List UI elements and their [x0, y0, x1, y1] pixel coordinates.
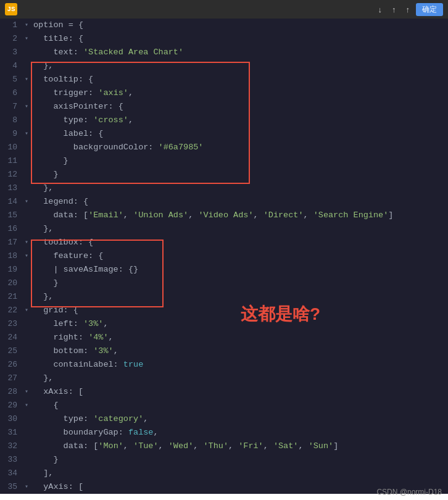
code-segment-plain: ,	[228, 441, 238, 451]
code-content: axisPointer: {	[31, 100, 448, 114]
fold-arrow[interactable]: ▾	[22, 304, 31, 317]
code-line: 32 data: ['Mon', 'Tue', 'Wed', 'Thu', 'F…	[0, 440, 448, 453]
code-segment-string: 'cross'	[93, 115, 128, 125]
code-segment-plain: },	[33, 183, 53, 193]
code-segment-plain: ,	[109, 333, 114, 342]
fold-arrow[interactable]: ▾	[22, 100, 31, 114]
code-line: 28▾ xAxis: [	[0, 385, 448, 399]
line-number: 32	[0, 440, 22, 453]
top-bar: JS ↓ ↑ ↑ 确定	[0, 0, 448, 19]
code-segment-plain: ,	[304, 210, 313, 220]
code-segment-plain: }	[33, 455, 59, 464]
fold-arrow[interactable]: ▾	[22, 73, 31, 86]
code-content: xAxis: [	[31, 385, 448, 399]
code-content: }	[31, 277, 448, 290]
code-content: }	[31, 168, 448, 181]
line-number: 28	[0, 385, 22, 399]
code-segment-plain: {	[33, 401, 59, 410]
code-content: },	[31, 290, 448, 304]
code-line: 29▾ {	[0, 399, 448, 412]
code-segment-plain: data: [	[33, 441, 98, 451]
code-segment-string: 'Direct'	[263, 210, 304, 220]
code-area: 1▾option = {2▾ title: {3 text: 'Stacked …	[0, 19, 448, 494]
code-segment-plain: axisPointer: {	[33, 102, 123, 111]
line-number: 4	[0, 59, 22, 73]
code-segment-plain: backgroundColor:	[33, 143, 159, 152]
code-line: 22▾ grid: {	[0, 304, 448, 317]
code-line: 14▾ legend: {	[0, 195, 448, 209]
code-line: 12 }	[0, 168, 448, 181]
fold-arrow[interactable]: ▾	[22, 127, 31, 141]
fold-arrow[interactable]: ▾	[22, 480, 31, 494]
code-content: trigger: 'axis',	[31, 86, 448, 100]
code-line: 3 text: 'Stacked Area Chart'	[0, 46, 448, 59]
code-line: 34 ],	[0, 467, 448, 480]
fold-arrow[interactable]: ▾	[22, 19, 31, 32]
scroll-up-btn2[interactable]: ↑	[402, 3, 414, 16]
line-number: 30	[0, 412, 22, 426]
fold-arrow[interactable]: ▾	[22, 385, 31, 399]
fold-arrow[interactable]: ▾	[22, 195, 31, 209]
code-segment-plain: title: {	[33, 34, 83, 43]
code-segment-plain: ,	[114, 346, 118, 356]
fold-arrow[interactable]: ▾	[22, 32, 31, 46]
code-content: boundaryGap: false,	[31, 426, 448, 440]
line-number: 35	[0, 480, 22, 494]
line-number: 13	[0, 181, 22, 195]
code-line: 20 }	[0, 277, 448, 290]
code-line: 13 },	[0, 181, 448, 195]
code-segment-plain: right:	[33, 333, 88, 342]
line-number: 21	[0, 290, 22, 304]
scroll-up-btn1[interactable]: ↑	[388, 3, 400, 16]
code-segment-plain: containLabel:	[33, 360, 123, 369]
code-segment-string: 'Email'	[88, 210, 123, 220]
code-content: data: ['Email', 'Union Ads', 'Video Ads'…	[31, 209, 448, 222]
code-line: 31 boundaryGap: false,	[0, 426, 448, 440]
fold-arrow[interactable]: ▾	[22, 249, 31, 263]
line-number: 10	[0, 141, 22, 154]
line-number: 2	[0, 32, 22, 46]
code-content: | saveAsImage: {}	[31, 263, 448, 277]
code-segment-string: 'Tue'	[133, 441, 159, 451]
code-segment-plain: ,	[143, 414, 148, 423]
scroll-down-btn[interactable]: ↓	[375, 3, 386, 16]
code-segment-string: 'axis'	[98, 88, 128, 98]
fold-arrow[interactable]: ▾	[22, 236, 31, 249]
confirm-button[interactable]: 确定	[416, 3, 443, 16]
code-content: data: ['Mon', 'Tue', 'Wed', 'Thu', 'Fri'…	[31, 440, 448, 453]
code-line: 9▾ label: {	[0, 127, 448, 141]
line-number: 33	[0, 453, 22, 467]
line-number: 18	[0, 249, 22, 263]
line-number: 24	[0, 331, 22, 344]
code-content: legend: {	[31, 195, 448, 209]
line-number: 29	[0, 399, 22, 412]
code-segment-plain: ,	[263, 441, 273, 451]
code-segment-plain: text:	[33, 48, 83, 57]
code-segment-plain: },	[33, 224, 53, 233]
editor-container: JS ↓ ↑ ↑ 确定 1▾option = {2▾ title: {3 tex…	[0, 0, 448, 500]
line-number: 3	[0, 46, 22, 59]
code-content: },	[31, 181, 448, 195]
code-content: grid: {	[31, 304, 448, 317]
code-segment-plain: type:	[33, 115, 93, 125]
code-segment-plain: trigger:	[33, 88, 98, 98]
line-number: 12	[0, 168, 22, 181]
code-segment-plain: ,	[123, 441, 133, 451]
line-number: 15	[0, 209, 22, 222]
code-segment-plain: ]	[333, 441, 338, 451]
code-segment-plain: ,	[188, 210, 198, 220]
code-line: 2▾ title: {	[0, 32, 448, 46]
code-segment-plain: bottom:	[33, 346, 93, 356]
line-number: 26	[0, 358, 22, 372]
code-line: 23 left: '3%',	[0, 317, 448, 331]
code-segment-plain: grid: {	[33, 306, 78, 315]
code-content: bottom: '3%',	[31, 344, 448, 358]
code-line: 8 type: 'cross',	[0, 114, 448, 127]
code-line: 6 trigger: 'axis',	[0, 86, 448, 100]
code-segment-plain: xAxis: [	[33, 387, 83, 396]
fold-arrow[interactable]: ▾	[22, 399, 31, 412]
code-segment-string: 'Fri'	[238, 441, 263, 451]
code-segment-plain: },	[33, 292, 53, 301]
code-line: 26 containLabel: true	[0, 358, 448, 372]
code-content: title: {	[31, 32, 448, 46]
